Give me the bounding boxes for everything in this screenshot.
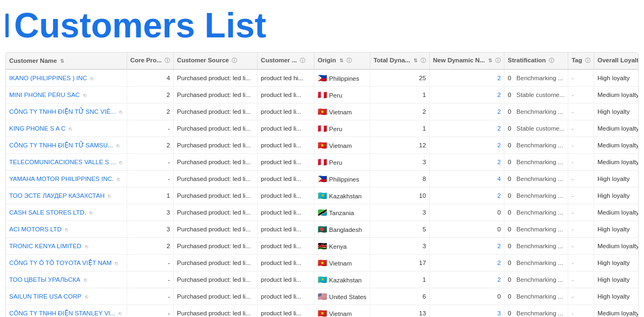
tag-value: -: [571, 176, 574, 182]
cell-total-dyna: 12: [370, 137, 430, 154]
cell-customer-attr: product led li...: [258, 305, 314, 318]
customer-name-link[interactable]: CÔNG TY TNHH ĐIỆN TỬ SNC VIÊ...: [9, 108, 116, 115]
cell-customer-attr: product led li...: [258, 238, 314, 255]
sort-icon-total-dyna: ⇅: [413, 58, 418, 63]
external-link-icon: ⎋: [115, 260, 118, 266]
customer-name-link[interactable]: TRONIC KENYA LIMITED: [9, 243, 81, 249]
external-link-icon: ⎋: [69, 126, 72, 132]
col-total-dyna[interactable]: Total Dyna... ⇅ ⓘ: [370, 53, 430, 69]
table-row: TELECOMUNICACIONES VALLE S ... ⎋ - Purch…: [6, 154, 639, 171]
customer-name-link[interactable]: SAILUN TIRE USA CORP: [9, 293, 81, 300]
table-row: ТОО ЦВЕТЫ УРАЛЬСКА ⎋ - Purchased product…: [6, 271, 639, 288]
cell-customer-source: Purchased product: led li...: [174, 69, 258, 87]
stratification-text: Stable custome...: [516, 125, 564, 132]
cell-new-dynamic: 2: [430, 103, 504, 120]
cell-core-pro: -: [127, 255, 173, 271]
cell-stratification: 0 Benchmarking ...: [504, 238, 568, 255]
col-customer-name[interactable]: Customer Name ⇅: [6, 53, 127, 69]
cell-overall-loyalty: High loyalty: [594, 271, 639, 288]
customer-name-link[interactable]: CASH SALE STORES LTD.: [9, 209, 86, 216]
cell-total-dyna: 17: [370, 255, 430, 271]
cell-core-pro: -: [127, 120, 173, 137]
stratification-text: Benchmarking ...: [516, 192, 563, 199]
stratification-text: Benchmarking ...: [516, 310, 563, 316]
origin-flag: 🇰🇿: [318, 191, 327, 200]
overall-loyalty-value: High loyalty: [597, 226, 629, 232]
overall-loyalty-value: High loyalty: [597, 75, 629, 81]
cell-origin: 🇹🇿Tanzania: [314, 204, 370, 221]
origin-flag: 🇵🇪: [318, 90, 327, 99]
customer-name-link[interactable]: CÔNG TY TNHH ĐIỆN STANLEY VI...: [9, 310, 115, 316]
cell-customer-source: Purchased product: led li...: [174, 271, 258, 288]
col-overall-loyalty[interactable]: Overall Loyalty ⓘ: [594, 53, 639, 69]
cell-overall-loyalty: Medium loyalty: [594, 154, 639, 171]
col-tag[interactable]: Tag ⓘ: [568, 53, 594, 69]
customer-name-link[interactable]: ТОО ЦВЕТЫ УРАЛЬСКА: [9, 276, 81, 283]
cell-new-dynamic: 0: [430, 288, 504, 305]
col-origin[interactable]: Origin ⇅ ⓘ: [314, 53, 370, 69]
cell-tag: -: [568, 69, 594, 87]
cell-customer-source: Purchased product: led li...: [174, 87, 258, 103]
cell-customer-attr: product led li...: [258, 288, 314, 305]
cell-origin: 🇵🇪Peru: [314, 120, 370, 137]
customer-name-link[interactable]: YAMAHA MOTOR PHILIPPINES INC.: [9, 176, 114, 182]
customer-name-link[interactable]: ТОО ЭСТЕ ЛАУДЕР КАЗАХСТАН: [9, 192, 104, 199]
customer-name-link[interactable]: KING PHONE S A C: [9, 125, 65, 132]
cell-customer-attr: product led li...: [258, 255, 314, 271]
cell-tag: -: [568, 221, 594, 238]
overall-loyalty-value: Medium loyalty: [597, 125, 639, 132]
stratification-text: Benchmarking ...: [516, 260, 563, 266]
col-customer-source[interactable]: Customer Source ⓘ: [174, 53, 258, 69]
table-row: CÔNG TY TNHH ĐIỆN TỬ SNC VIÊ... ⎋ 2 Purc…: [6, 103, 639, 120]
cell-core-pro: 1: [127, 187, 173, 204]
cell-new-dynamic: 4: [430, 171, 504, 187]
cell-customer-name: CÔNG TY Ô TÔ TOYOTA VIỆT NAM ⎋: [6, 255, 127, 271]
customer-name-link[interactable]: MINI PHONE PERU SAC: [9, 92, 80, 98]
cell-tag: -: [568, 271, 594, 288]
cell-core-pro: -: [127, 171, 173, 187]
cell-origin: 🇵🇪Peru: [314, 154, 370, 171]
origin-flag: 🇵🇭: [318, 174, 327, 183]
sort-icon-new-dynamic: ⇅: [488, 58, 492, 63]
col-stratification[interactable]: Stratification ⓘ: [504, 53, 568, 69]
col-core-pro[interactable]: Core Pro... ⓘ: [127, 53, 173, 69]
cell-overall-loyalty: High loyalty: [594, 103, 639, 120]
cell-total-dyna: 13: [370, 305, 430, 318]
external-link-icon: ⎋: [116, 143, 120, 148]
customer-name-link[interactable]: IKANO (PHILIPPINES ) INC: [9, 75, 87, 81]
customer-name-link[interactable]: ACI MOTORS LTD: [9, 226, 62, 232]
cell-overall-loyalty: Medium loyalty: [594, 137, 639, 154]
info-icon-total-dyna: ⓘ: [420, 57, 426, 63]
col-customer-attr[interactable]: Customer ... ⓘ: [258, 53, 314, 69]
cell-core-pro: -: [127, 288, 173, 305]
title-bar-decoration: [5, 14, 9, 37]
cell-new-dynamic: 2: [430, 238, 504, 255]
cell-new-dynamic: 3: [430, 305, 504, 318]
overall-loyalty-value: High loyalty: [597, 276, 629, 283]
cell-customer-name: YAMAHA MOTOR PHILIPPINES INC. ⎋: [6, 171, 127, 187]
cell-tag: -: [568, 103, 594, 120]
overall-loyalty-value: Medium loyalty: [597, 159, 639, 165]
origin-flag: 🇻🇳: [318, 309, 327, 317]
customer-name-link[interactable]: CÔNG TY Ô TÔ TOYOTA VIỆT NAM: [9, 260, 111, 266]
customers-table-wrapper: Customer Name ⇅ Core Pro... ⓘ Customer S…: [5, 52, 639, 317]
table-body: IKANO (PHILIPPINES ) INC ⎋ 4 Purchased p…: [6, 69, 639, 317]
cell-origin: 🇰🇿Kazakhstan: [314, 187, 370, 204]
cell-core-pro: 2: [127, 103, 173, 120]
cell-customer-source: Purchased product: led li...: [174, 154, 258, 171]
cell-origin: 🇰🇪Kenya: [314, 238, 370, 255]
cell-customer-name: KING PHONE S A C ⎋: [6, 120, 127, 137]
customer-name-link[interactable]: TELECOMUNICACIONES VALLE S ...: [9, 159, 116, 165]
customer-name-link[interactable]: CÔNG TY TNHH ĐIỆN TỬ SAMSU...: [9, 142, 113, 148]
info-icon-new-dynamic: ⓘ: [495, 57, 501, 63]
tag-value: -: [571, 243, 574, 249]
cell-overall-loyalty: Medium loyalty: [594, 120, 639, 137]
cell-tag: -: [568, 171, 594, 187]
cell-customer-source: Purchased product: led li...: [174, 288, 258, 305]
external-link-icon: ⎋: [89, 210, 93, 216]
cell-customer-attr: product led li...: [258, 137, 314, 154]
cell-new-dynamic: 2: [430, 187, 504, 204]
origin-flag: 🇻🇳: [318, 258, 327, 267]
cell-new-dynamic: 2: [430, 154, 504, 171]
col-new-dynamic[interactable]: New Dynamic N... ⇅ ⓘ: [430, 53, 504, 69]
